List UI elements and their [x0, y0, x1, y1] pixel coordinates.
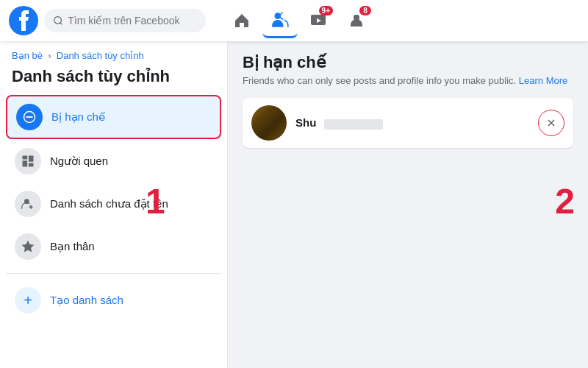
content-subtitle-text: Friends who can only see posts and profi…: [243, 75, 516, 86]
topnav-left: [9, 6, 206, 35]
topnav: 9+ 8: [0, 0, 588, 41]
create-list-button[interactable]: + Tạo danh sách: [6, 280, 221, 321]
svg-marker-17: [22, 241, 35, 252]
groups-badge: 8: [359, 6, 371, 15]
sidebar-item-restricted[interactable]: Bị hạn chế: [6, 95, 221, 139]
friend-name: Shu: [295, 116, 538, 129]
svg-rect-10: [23, 156, 28, 160]
nav-home-button[interactable]: [224, 3, 259, 38]
nav-friends-button[interactable]: [262, 3, 298, 38]
breadcrumb: Bạn bè › Danh sách tùy chỉnh: [6, 50, 221, 61]
content-title: Bị hạn chế: [243, 53, 573, 72]
plus-icon: +: [15, 287, 41, 314]
avatar-image: [251, 105, 287, 141]
create-list-label: Tạo danh sách: [50, 294, 123, 307]
friend-name-bar: [324, 119, 383, 130]
restricted-icon: [16, 104, 43, 130]
svg-rect-11: [23, 160, 28, 166]
unnamed-icon: [15, 191, 41, 217]
main-layout: Bạn bè › Danh sách tùy chỉnh Danh sách t…: [0, 41, 588, 368]
home-icon: [233, 12, 251, 29]
remove-friend-button[interactable]: [538, 110, 564, 136]
sidebar-title: Danh sách tùy chỉnh: [6, 64, 221, 95]
svg-rect-12: [29, 156, 34, 162]
content-area: Bị hạn chế Friends who can only see post…: [228, 41, 588, 368]
close-friends-icon: [15, 233, 41, 260]
sidebar-divider: [6, 273, 221, 274]
search-input[interactable]: [68, 15, 197, 26]
topnav-center: 9+ 8: [206, 3, 392, 38]
svg-rect-13: [29, 163, 34, 167]
close-icon: [545, 117, 557, 129]
avatar: [251, 105, 287, 141]
nav-groups-button[interactable]: 8: [339, 3, 374, 38]
acquaintances-icon: [15, 148, 41, 174]
friend-name-text: Shu: [295, 116, 316, 129]
sidebar-item-unnamed-label: Danh sách chưa đặt tên: [50, 197, 168, 210]
learn-more-link[interactable]: Learn More: [519, 75, 567, 86]
breadcrumb-parent[interactable]: Bạn bè: [12, 50, 43, 61]
search-icon: [53, 15, 63, 26]
sidebar: Bạn bè › Danh sách tùy chỉnh Danh sách t…: [0, 41, 228, 368]
svg-point-1: [54, 17, 62, 24]
svg-point-7: [354, 15, 359, 21]
sidebar-item-close-friends[interactable]: Bạn thân: [6, 226, 221, 267]
search-box[interactable]: [44, 9, 206, 32]
content-subtitle: Friends who can only see posts and profi…: [243, 75, 573, 86]
sidebar-item-acquaintances[interactable]: Người quen: [6, 141, 221, 182]
friend-card: Shu: [243, 98, 573, 148]
sidebar-item-acquaintances-label: Người quen: [50, 155, 108, 168]
sidebar-item-unnamed[interactable]: Danh sách chưa đặt tên: [6, 183, 221, 224]
sidebar-item-close-friends-label: Bạn thân: [50, 240, 95, 253]
friends-icon: [270, 10, 290, 29]
svg-line-2: [60, 23, 62, 25]
watch-badge: 9+: [319, 6, 333, 15]
facebook-logo-icon[interactable]: [9, 6, 38, 35]
sidebar-item-restricted-label: Bị hạn chế: [51, 110, 105, 124]
breadcrumb-current: Danh sách tùy chỉnh: [57, 50, 144, 61]
nav-watch-button[interactable]: 9+: [301, 3, 336, 38]
